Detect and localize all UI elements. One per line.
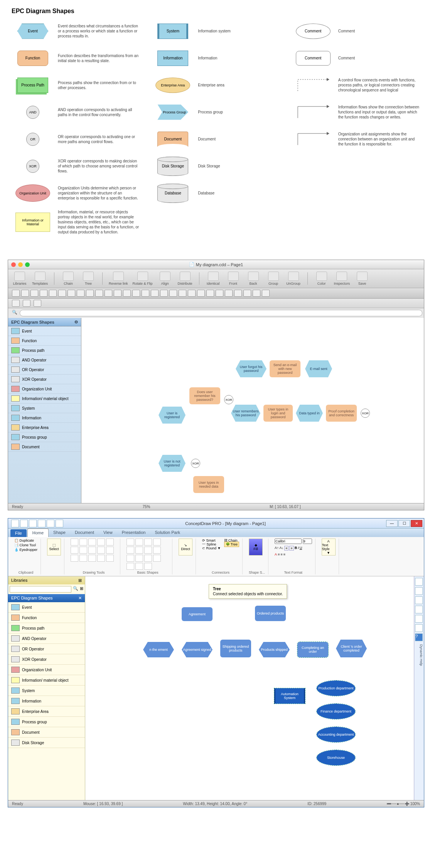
font-grow-icon[interactable]: A↑	[275, 546, 279, 551]
mini-tool[interactable]	[132, 290, 140, 297]
sidebar-item[interactable]: Document	[8, 727, 85, 738]
diagram-node[interactable]: Proof completion and correctness	[326, 405, 357, 422]
tool-btn[interactable]	[88, 547, 96, 554]
diagram-node[interactable]: Does user remember his password?	[189, 387, 220, 404]
direct-button[interactable]: ↘Direct	[179, 539, 192, 556]
diagram-node[interactable]: Storehouse	[317, 750, 355, 765]
sidebar-item[interactable]: XOR Operator	[8, 375, 81, 384]
sidebar-item[interactable]: Disk Storage	[8, 738, 85, 748]
mini-tool[interactable]	[243, 290, 251, 297]
tool-btn[interactable]	[97, 547, 105, 554]
tool-icon[interactable]	[415, 624, 423, 632]
filter-icon[interactable]: ⊞	[80, 586, 83, 593]
qat-btn[interactable]	[38, 520, 46, 527]
tool-btn[interactable]	[79, 547, 87, 554]
shape-btn[interactable]	[153, 555, 161, 562]
fontsize-select[interactable]	[303, 539, 312, 544]
sidebar-item[interactable]: System	[8, 686, 85, 696]
qat-btn[interactable]	[29, 520, 37, 527]
search-input[interactable]	[20, 310, 422, 316]
shape-btn[interactable]	[127, 547, 134, 554]
diagram-node[interactable]: User types in needed data	[193, 476, 224, 493]
sidebar-item[interactable]: Organization Unit	[8, 384, 81, 394]
diagram-node[interactable]: Finance department	[317, 704, 355, 719]
mini-tool[interactable]	[206, 290, 214, 297]
diagram-node[interactable]: User types in login and password	[263, 405, 293, 422]
templates-button[interactable]: Templates	[32, 272, 48, 285]
diagram-node[interactable]: Accounting department	[317, 727, 355, 742]
sidebar-item[interactable]: Document	[8, 442, 81, 452]
shape-btn[interactable]	[127, 555, 134, 562]
mini-tool[interactable]	[68, 290, 75, 297]
tool-btn[interactable]	[79, 555, 87, 562]
tool-icon[interactable]	[415, 606, 423, 613]
mini-tool[interactable]	[234, 290, 242, 297]
round-button[interactable]: ⊂ Round ▼	[202, 546, 221, 550]
mini-tool[interactable]	[40, 290, 47, 297]
text-style-button[interactable]: AText Style ▼	[322, 539, 336, 556]
mini-tool[interactable]	[58, 290, 66, 297]
mini-tool[interactable]	[188, 290, 196, 297]
sidebar-item[interactable]: AND Operator	[8, 633, 85, 644]
align-icon[interactable]: ≡	[284, 552, 285, 556]
close-panel-icon[interactable]: ⊖	[74, 319, 78, 324]
tab-shape[interactable]: Shape	[49, 529, 70, 537]
diagram-node[interactable]: Ordered products	[255, 606, 286, 621]
ungroup-button[interactable]: UnGroup	[286, 272, 301, 285]
diagram-node[interactable]: Shipping ordered products	[220, 640, 251, 657]
diagram-node[interactable]: User is not registered	[159, 455, 186, 472]
duplicate-button[interactable]: 📋 Duplicate	[14, 539, 34, 542]
win-canvas[interactable]: AgreementOrdered productsn the ementAgre…	[85, 576, 414, 800]
sidebar-item[interactable]: Function	[8, 613, 85, 623]
help-tab[interactable]: Dynamic Help	[415, 644, 423, 666]
sidebar-item[interactable]: Information	[8, 413, 81, 423]
shape-btn[interactable]	[144, 547, 152, 554]
eyedropper-button[interactable]: 💧 Eyedropper	[14, 548, 37, 552]
sidebar-item[interactable]: Organization Unit	[8, 665, 85, 675]
mini-tool[interactable]	[160, 290, 168, 297]
align-icon[interactable]: ≡	[280, 552, 282, 556]
tool-icon[interactable]	[415, 578, 423, 586]
sidebar-item[interactable]: Process group	[8, 432, 81, 442]
tool-icon[interactable]	[415, 596, 423, 604]
tab-document[interactable]: Document	[70, 529, 99, 537]
clone-button[interactable]: 📑 Clone Tool	[14, 543, 36, 547]
sidebar-item[interactable]: Process path	[8, 623, 85, 633]
tool-btn[interactable]	[88, 555, 96, 562]
diagram-node[interactable]: User remembers his password	[231, 405, 260, 422]
tool-btn[interactable]	[106, 547, 114, 554]
mini-tool[interactable]	[86, 290, 94, 297]
mini-tool[interactable]	[49, 290, 57, 297]
tool-btn[interactable]	[97, 539, 105, 545]
diagram-node[interactable]: Automation System	[274, 688, 305, 704]
list-btn[interactable]	[23, 300, 30, 307]
mini-tool[interactable]	[77, 290, 84, 297]
align-button[interactable]: Align	[157, 272, 173, 285]
diagram-node[interactable]: Send an e-mail with new password	[270, 360, 300, 377]
align-icon[interactable]: ≡	[278, 552, 280, 556]
smart-button[interactable]: ⟳ Smart	[202, 539, 216, 542]
front-button[interactable]: Front	[226, 272, 241, 285]
close-icon[interactable]: ✕	[78, 596, 82, 601]
tool-btn[interactable]	[106, 555, 114, 562]
help-icon[interactable]: ?	[415, 633, 423, 641]
font-shrink-icon[interactable]: A↓	[280, 546, 284, 551]
sidebar-item[interactable]: OR Operator	[8, 365, 81, 375]
align-center-icon[interactable]: ≡	[289, 546, 294, 551]
shape-btn[interactable]	[153, 547, 161, 554]
shape-btn[interactable]	[135, 539, 143, 545]
close-button[interactable]: ✕	[411, 520, 422, 527]
mini-tool[interactable]	[179, 290, 186, 297]
tab-home[interactable]: Home	[27, 529, 49, 537]
reverse-link-button[interactable]: Reverse link	[109, 272, 128, 285]
chain-button[interactable]: Chain	[61, 272, 76, 285]
shape-btn[interactable]	[127, 539, 134, 545]
diagram-node[interactable]: E-mail sent	[305, 360, 332, 377]
diagram-node[interactable]: Client 's order completed	[336, 640, 367, 657]
minimize-button[interactable]: —	[386, 520, 398, 527]
bold-icon[interactable]: B	[295, 546, 297, 551]
tool-icon[interactable]	[415, 587, 423, 595]
sidebar-item[interactable]: AND Operator	[8, 355, 81, 365]
diagram-node[interactable]: User forgot his password	[236, 360, 267, 377]
search-icon[interactable]: 🔍	[73, 586, 78, 593]
